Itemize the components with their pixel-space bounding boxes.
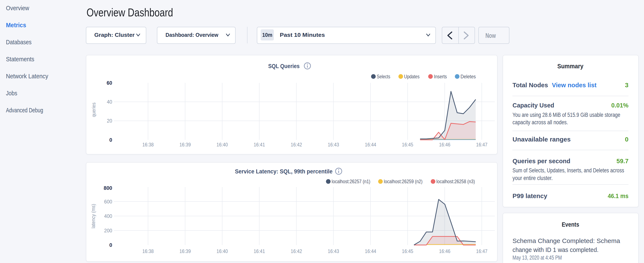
svg-text:400: 400 — [104, 213, 112, 219]
svg-text:Past 10 Minutes: Past 10 Minutes — [280, 32, 325, 38]
svg-text:16:41: 16:41 — [254, 248, 265, 254]
svg-text:16:40: 16:40 — [216, 142, 228, 147]
svg-text:Total Nodes: Total Nodes — [512, 82, 548, 89]
svg-text:Sum of Selects, Updates, Inser: Sum of Selects, Updates, Inserts, and De… — [512, 167, 624, 174]
svg-text:0: 0 — [109, 242, 112, 248]
svg-text:16:42: 16:42 — [291, 142, 302, 147]
svg-text:View nodes list: View nodes list — [552, 82, 596, 89]
svg-text:capacity across all nodes.: capacity across all nodes. — [512, 119, 568, 126]
svg-text:40: 40 — [107, 99, 112, 105]
svg-text:Queries per second: Queries per second — [512, 157, 570, 164]
svg-text:Overview: Overview — [6, 5, 29, 12]
svg-text:16:44: 16:44 — [365, 142, 376, 147]
svg-text:600: 600 — [104, 199, 112, 204]
svg-text:16:43: 16:43 — [328, 142, 339, 147]
svg-text:16:38: 16:38 — [142, 248, 154, 254]
svg-text:16:46: 16:46 — [439, 142, 450, 147]
svg-text:16:47: 16:47 — [476, 142, 487, 147]
svg-text:16:40: 16:40 — [216, 248, 228, 254]
svg-text:16:42: 16:42 — [291, 248, 302, 254]
svg-text:Databases: Databases — [6, 39, 32, 46]
svg-text:Deletes: Deletes — [460, 74, 476, 79]
svg-text:16:38: 16:38 — [142, 142, 154, 147]
svg-text:20: 20 — [107, 118, 112, 124]
svg-text:3: 3 — [625, 82, 628, 89]
svg-text:localhost:26257 (n1): localhost:26257 (n1) — [332, 178, 370, 184]
svg-text:16:39: 16:39 — [180, 248, 191, 254]
svg-text:16:45: 16:45 — [402, 248, 413, 254]
svg-text:your entire cluster.: your entire cluster. — [512, 175, 553, 181]
svg-text:Dashboard: Overview: Dashboard: Overview — [166, 32, 218, 38]
svg-text:Unavailable ranges: Unavailable ranges — [512, 136, 571, 143]
svg-text:Selects: Selects — [377, 74, 390, 79]
svg-text:16:47: 16:47 — [476, 248, 487, 254]
svg-text:Inserts: Inserts — [434, 74, 447, 79]
svg-text:Network Latency: Network Latency — [6, 73, 48, 80]
svg-text:You are using 28.6 MiB of 515.: You are using 28.6 MiB of 515.9 GiB usab… — [512, 112, 620, 118]
svg-text:Metrics: Metrics — [6, 22, 26, 29]
svg-text:46.1 ms: 46.1 ms — [608, 192, 628, 199]
svg-text:Now: Now — [486, 32, 496, 39]
svg-text:Overview Dashboard: Overview Dashboard — [86, 6, 173, 19]
svg-text:SQL Queries: SQL Queries — [268, 63, 300, 69]
svg-text:0: 0 — [625, 136, 628, 143]
svg-text:Service Latency: SQL, 99th per: Service Latency: SQL, 99th percentile — [235, 168, 332, 175]
svg-text:16:43: 16:43 — [328, 248, 339, 254]
svg-text:Advanced Debug: Advanced Debug — [6, 107, 43, 114]
svg-text:16:46: 16:46 — [439, 248, 450, 254]
svg-text:Summary: Summary — [557, 63, 584, 70]
svg-text:200: 200 — [104, 228, 112, 233]
svg-text:queries: queries — [91, 103, 96, 117]
svg-text:16:44: 16:44 — [365, 248, 376, 254]
svg-text:16:41: 16:41 — [254, 142, 265, 147]
svg-text:Events: Events — [562, 221, 579, 228]
svg-text:P99 latency: P99 latency — [512, 192, 548, 199]
svg-text:latency (ms): latency (ms) — [90, 204, 96, 228]
svg-text:change with ID 1 was completed: change with ID 1 was completed. — [512, 246, 599, 253]
svg-text:localhost:26259 (n2): localhost:26259 (n2) — [384, 178, 422, 184]
svg-text:16:45: 16:45 — [402, 142, 413, 147]
svg-text:60: 60 — [107, 80, 112, 86]
svg-text:Graph: Cluster: Graph: Cluster — [94, 32, 134, 38]
svg-text:Updates: Updates — [404, 74, 420, 79]
svg-text:Jobs: Jobs — [6, 90, 17, 97]
svg-text:59.7: 59.7 — [616, 157, 628, 164]
svg-text:16:39: 16:39 — [180, 142, 191, 147]
svg-text:Schema Change Completed: Schem: Schema Change Completed: Schema — [512, 237, 620, 244]
svg-text:localhost:26258 (n3): localhost:26258 (n3) — [436, 178, 475, 184]
svg-text:10m: 10m — [262, 32, 272, 38]
svg-text:May 13, 2020 at 4:45 PM: May 13, 2020 at 4:45 PM — [512, 254, 562, 261]
svg-text:Statements: Statements — [6, 56, 34, 63]
svg-text:Capacity Used: Capacity Used — [512, 102, 554, 109]
svg-text:0: 0 — [109, 137, 112, 143]
svg-text:800: 800 — [104, 185, 112, 191]
svg-text:0.01%: 0.01% — [611, 102, 628, 109]
